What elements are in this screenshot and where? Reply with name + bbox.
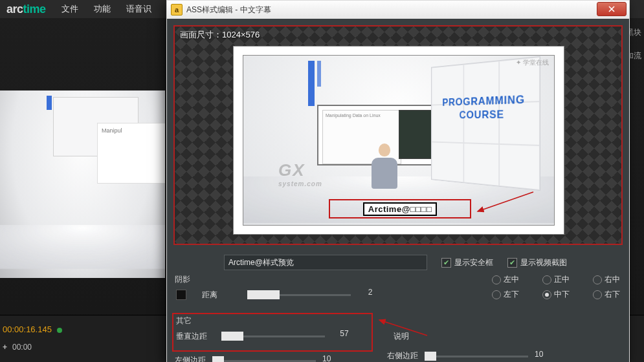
corner-logo: ✦ 学堂在线: [516, 58, 549, 67]
preview-controls-row: ✔显示安全框 ✔显示视频截图: [173, 253, 623, 272]
subtitle-sample-highlight: Arctime@□□□□: [329, 199, 471, 218]
align-br[interactable]: 右下: [593, 289, 620, 300]
vertical-margin-value: 57: [331, 329, 357, 338]
checkbox-icon: ✔: [507, 258, 517, 268]
close-button[interactable]: [597, 2, 627, 16]
section-other-highlight: 其它 垂直边距 57: [172, 313, 373, 352]
dialog-titlebar[interactable]: a ASS样式编辑 - 中文字幕: [167, 1, 629, 19]
align-mr[interactable]: 右中: [593, 274, 620, 285]
timecode: 00:00:16.145: [3, 325, 62, 334]
vertical-margin-slider[interactable]: 57: [221, 332, 325, 341]
alignment-grid: 左中 正中 右中 左下 中下 右下: [492, 274, 620, 304]
shadow-color-swatch[interactable]: [176, 290, 186, 300]
checkbox-safe-frame[interactable]: ✔显示安全框: [441, 257, 493, 268]
preview-text-input[interactable]: [224, 255, 427, 270]
shadow-distance-label: 距离: [193, 290, 241, 301]
plus-icon[interactable]: +: [3, 343, 7, 352]
right-margin-value: 10: [535, 350, 543, 359]
video-frame-outer: Manipulating Data on Linux PROGRAMMINGCO…: [233, 46, 564, 235]
menu-func[interactable]: 功能: [94, 3, 111, 15]
thumb-slide: Manipul: [97, 123, 165, 184]
dialog-body: 画面尺寸：1024×576 Manipulating Data on Linux…: [167, 19, 629, 362]
app-icon: a: [171, 4, 183, 16]
checkbox-video-screenshot[interactable]: ✔显示视频截图: [507, 257, 567, 268]
presenter-figure: [370, 144, 399, 190]
checkbox-icon: ✔: [441, 258, 451, 268]
right-margin-slider[interactable]: 10: [425, 352, 528, 361]
right-margin-label: 右侧边距: [387, 350, 418, 361]
left-margin-slider[interactable]: 10: [212, 356, 316, 363]
left-margin-row: 左侧边距 10: [175, 355, 316, 362]
timeline-row2: + 00:00: [3, 343, 32, 352]
dimensions-label: 画面尺寸：1024×576: [180, 29, 260, 41]
align-mc[interactable]: 正中: [542, 274, 570, 285]
ass-style-editor-dialog: a ASS样式编辑 - 中文字幕 ▲ ▼ 画面尺寸：1024×576 Manip…: [166, 0, 630, 362]
align-bl[interactable]: 左下: [492, 289, 519, 300]
section-other-title: 其它: [176, 315, 369, 326]
dialog-title: ASS样式编辑 - 中文字幕: [186, 5, 271, 16]
preview-zone: 画面尺寸：1024×576 Manipulating Data on Linux…: [173, 25, 623, 245]
background-video-preview: Manipul: [0, 90, 165, 278]
status-dot-icon: [57, 328, 62, 333]
video-frame-inner: Manipulating Data on Linux PROGRAMMINGCO…: [243, 55, 555, 226]
watermark: GXsystem.com: [278, 160, 322, 187]
right-margin-row: 右侧边距 10: [387, 350, 528, 361]
left-margin-value: 10: [322, 354, 331, 363]
brand-logo: arctime: [6, 3, 46, 16]
cube-graphic: PROGRAMMINGCOURSE: [431, 56, 540, 191]
description-label: 说明: [394, 331, 409, 342]
left-margin-label: 左侧边距: [175, 355, 206, 362]
menu-voice[interactable]: 语音识: [126, 3, 151, 15]
align-ml[interactable]: 左中: [492, 274, 519, 285]
vertical-margin-label: 垂直边距: [176, 331, 215, 342]
menu-file[interactable]: 文件: [61, 3, 78, 15]
align-bc[interactable]: 中下: [542, 289, 570, 300]
subtitle-sample-text: Arctime@□□□□: [363, 202, 438, 216]
shadow-distance-slider[interactable]: 2: [247, 290, 351, 299]
close-icon: [608, 6, 615, 12]
shadow-distance-value: 2: [357, 288, 383, 297]
